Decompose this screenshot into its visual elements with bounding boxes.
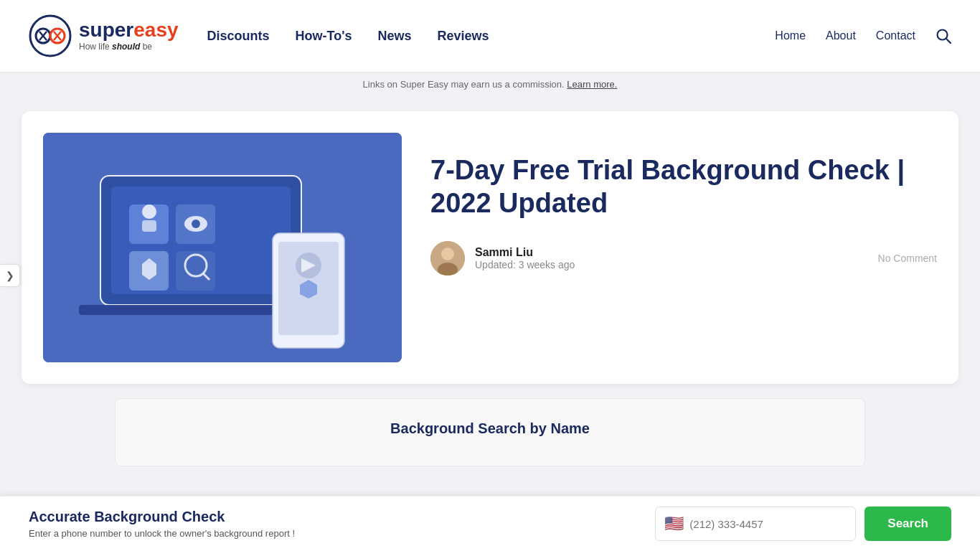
search-icon-button[interactable] <box>936 28 951 44</box>
svg-point-20 <box>192 220 200 228</box>
author-updated: Updated: 3 weeks ago <box>475 259 575 270</box>
svg-point-21 <box>142 204 156 219</box>
logo-tagline: How life should be <box>79 42 179 52</box>
article-title: 7-Day Free Trial Background Check | 2022… <box>430 154 937 220</box>
nav-home[interactable]: Home <box>775 29 806 42</box>
logo-super: super <box>79 19 133 41</box>
commission-bar: Links on Super Easy may earn us a commis… <box>0 72 980 97</box>
right-nav: Home About Contact <box>775 28 951 44</box>
author-name: Sammi Liu <box>475 246 575 259</box>
main-nav: Discounts How-To's News Reviews <box>207 29 776 44</box>
author-info: Sammi Liu Updated: 3 weeks ago <box>430 241 575 276</box>
svg-point-30 <box>441 248 454 260</box>
bottom-bar-text: Accurate Background Check Enter a phone … <box>29 509 655 539</box>
author-name-area: Sammi Liu Updated: 3 weeks ago <box>475 246 575 270</box>
nav-contact[interactable]: Contact <box>876 29 915 42</box>
bottom-bar-subtitle: Enter a phone number to unlock the owner… <box>29 528 655 539</box>
search-widget: Background Search by Name <box>115 398 865 466</box>
author-row: Sammi Liu Updated: 3 weeks ago No Commen… <box>430 241 937 276</box>
collapse-toggle[interactable]: ❯ <box>0 264 20 287</box>
nav-howtos[interactable]: How-To's <box>296 29 352 44</box>
author-avatar <box>430 241 465 276</box>
svg-rect-22 <box>142 220 156 232</box>
no-comment: No Comment <box>878 253 937 264</box>
search-icon <box>936 28 951 44</box>
nav-discounts[interactable]: Discounts <box>207 29 270 44</box>
chevron-down-icon: ❯ <box>6 270 14 281</box>
bottom-bar: Accurate Background Check Enter a phone … <box>0 496 980 551</box>
search-widget-title: Background Search by Name <box>144 420 836 437</box>
logo-icon <box>29 14 72 57</box>
nav-news[interactable]: News <box>378 29 412 44</box>
commission-text: Links on Super Easy may earn us a commis… <box>363 79 565 90</box>
bottom-bar-title: Accurate Background Check <box>29 509 655 525</box>
nav-reviews[interactable]: Reviews <box>438 29 489 44</box>
article-meta: 7-Day Free Trial Background Check | 2022… <box>430 133 937 281</box>
site-header: supereasy How life should be Discounts H… <box>0 0 980 72</box>
article-card: 7-Day Free Trial Background Check | 2022… <box>22 111 958 384</box>
nav-about[interactable]: About <box>826 29 856 42</box>
svg-rect-18 <box>176 251 215 291</box>
logo-text: supereasy How life should be <box>79 20 179 52</box>
search-button[interactable]: Search <box>864 507 951 541</box>
article-image <box>43 133 402 362</box>
phone-input-wrap: 🇺🇸 <box>655 507 856 541</box>
phone-input[interactable] <box>689 518 819 530</box>
logo-easy: easy <box>133 19 178 41</box>
main-content: 7-Day Free Trial Background Check | 2022… <box>0 97 980 488</box>
learn-more-link[interactable]: Learn more. <box>567 79 617 90</box>
flag-icon: 🇺🇸 <box>664 514 684 533</box>
svg-line-8 <box>946 39 951 43</box>
site-logo[interactable]: supereasy How life should be <box>29 14 179 57</box>
